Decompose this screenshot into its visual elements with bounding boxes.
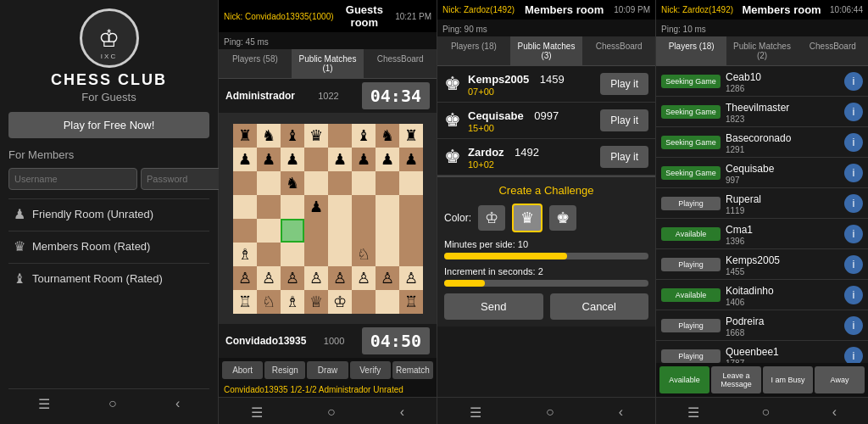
- verify-button[interactable]: Verify: [350, 361, 391, 379]
- sq-h6[interactable]: [399, 171, 423, 195]
- sq-b2[interactable]: ♙: [257, 266, 281, 290]
- sq-g4[interactable]: [376, 219, 399, 243]
- sq-c8[interactable]: ♝: [281, 124, 304, 148]
- tab-players-58[interactable]: Players (58): [219, 49, 292, 78]
- tab2-public-matches-2[interactable]: Public Matches (2): [726, 36, 797, 65]
- sq-h5[interactable]: [399, 195, 423, 219]
- back-icon-4[interactable]: ‹: [832, 404, 837, 421]
- sq-f6[interactable]: [352, 171, 376, 195]
- sq-c2[interactable]: ♙: [281, 266, 304, 290]
- sq-f2[interactable]: ♙: [352, 266, 376, 290]
- info-koitadinho[interactable]: i: [844, 286, 863, 304]
- status-kemps2005[interactable]: Playing: [661, 258, 721, 271]
- tab-public-matches-1[interactable]: Public Matches (1): [292, 49, 364, 78]
- status-koitadinho[interactable]: Available: [661, 288, 721, 302]
- sq-h8[interactable]: ♜: [399, 124, 423, 148]
- back-icon-2[interactable]: ‹: [400, 404, 404, 421]
- sq-a7[interactable]: ♟: [233, 148, 257, 171]
- sq-d7[interactable]: [304, 148, 328, 171]
- draw-button[interactable]: Draw: [307, 361, 348, 379]
- sq-g8[interactable]: ♞: [376, 124, 399, 148]
- color-random-btn[interactable]: ♛: [512, 204, 542, 232]
- sq-a8[interactable]: ♜: [233, 124, 257, 148]
- color-black-btn[interactable]: ♚: [549, 205, 576, 231]
- info-podreira[interactable]: i: [844, 316, 863, 335]
- members-room-item[interactable]: ♛ Members Room (Rated): [8, 231, 209, 261]
- sq-a6[interactable]: [233, 171, 257, 195]
- sq-h4[interactable]: [399, 219, 423, 243]
- username-field[interactable]: [8, 168, 137, 190]
- sq-b8[interactable]: ♞: [257, 124, 281, 148]
- sq-c3[interactable]: [281, 243, 304, 266]
- sq-e6[interactable]: [328, 171, 352, 195]
- info-kemps2005[interactable]: i: [844, 255, 863, 274]
- status-queenbee1[interactable]: Playing: [661, 349, 721, 363]
- sq-h7[interactable]: ♟: [399, 148, 423, 171]
- menu-icon[interactable]: ☰: [38, 396, 50, 412]
- sq-e3[interactable]: [328, 243, 352, 266]
- status-ruperal[interactable]: Playing: [661, 197, 721, 210]
- tab-public-matches-3[interactable]: Public Matches (3): [510, 36, 583, 65]
- status-cequisabe2[interactable]: Seeking Game: [661, 166, 721, 180]
- play-cequisabe-btn[interactable]: Play it: [600, 109, 648, 131]
- status-ceab10[interactable]: Seeking Game: [661, 75, 721, 88]
- sq-e5[interactable]: [328, 195, 352, 219]
- sq-d1[interactable]: ♕: [304, 290, 328, 314]
- sq-f1[interactable]: [352, 290, 376, 314]
- play-free-button[interactable]: Play for Free Now!: [8, 112, 209, 138]
- sq-c5[interactable]: [281, 195, 304, 219]
- menu-icon-4[interactable]: ☰: [687, 404, 699, 421]
- sq-h3[interactable]: [399, 243, 423, 266]
- menu-icon-3[interactable]: ☰: [470, 404, 481, 421]
- sq-e1[interactable]: ♔: [328, 290, 352, 314]
- tab-chessboard-3[interactable]: ChessBoard: [582, 36, 655, 65]
- sq-d6[interactable]: [304, 171, 328, 195]
- sq-g6[interactable]: [376, 171, 399, 195]
- available-btn[interactable]: Available: [659, 366, 709, 393]
- resign-button[interactable]: Resign: [264, 361, 305, 379]
- sq-b5[interactable]: [257, 195, 281, 219]
- sq-a2[interactable]: ♙: [233, 266, 257, 290]
- info-ceab10[interactable]: i: [844, 72, 863, 91]
- sq-d5[interactable]: ♟: [304, 195, 328, 219]
- status-cma1[interactable]: Available: [661, 227, 721, 241]
- cancel-challenge-btn[interactable]: Cancel: [550, 293, 649, 320]
- sq-d4[interactable]: [304, 219, 328, 243]
- home-icon[interactable]: ○: [108, 396, 117, 412]
- sq-a5[interactable]: [233, 195, 257, 219]
- sq-f8[interactable]: ♝: [352, 124, 376, 148]
- sq-h2[interactable]: ♙: [399, 266, 423, 290]
- status-basecoronado[interactable]: Seeking Game: [661, 136, 721, 149]
- leave-message-btn[interactable]: Leave a Message: [711, 366, 761, 393]
- sq-h1[interactable]: ♖: [399, 290, 423, 314]
- sq-f5[interactable]: [352, 195, 376, 219]
- home-icon-4[interactable]: ○: [761, 404, 770, 421]
- tab2-players-18[interactable]: Players (18): [656, 36, 726, 65]
- sq-b6[interactable]: [257, 171, 281, 195]
- away-btn[interactable]: Away: [815, 366, 865, 393]
- increment-track[interactable]: [444, 280, 648, 287]
- sq-f3[interactable]: ♘: [352, 243, 376, 266]
- info-cequisabe2[interactable]: i: [844, 164, 863, 182]
- minutes-track[interactable]: [444, 253, 648, 259]
- sq-g1[interactable]: [376, 290, 399, 314]
- sq-d2[interactable]: ♙: [304, 266, 328, 290]
- sq-c6[interactable]: ♞: [281, 171, 304, 195]
- sq-d3[interactable]: [304, 243, 328, 266]
- sq-e7[interactable]: ♟: [328, 148, 352, 171]
- status-podreira[interactable]: Playing: [661, 319, 721, 332]
- sq-a1[interactable]: ♖: [233, 290, 257, 314]
- info-theevilmaster[interactable]: i: [844, 103, 863, 121]
- sq-g7[interactable]: ♟: [376, 148, 399, 171]
- sq-e2[interactable]: ♙: [328, 266, 352, 290]
- sq-b3[interactable]: [257, 243, 281, 266]
- play-kemps-btn[interactable]: Play it: [600, 73, 648, 95]
- sq-g3[interactable]: [376, 243, 399, 266]
- tab-players-18[interactable]: Players (18): [437, 36, 510, 65]
- sq-b4[interactable]: [257, 219, 281, 243]
- i-am-busy-btn[interactable]: I am Busy: [763, 366, 813, 393]
- sq-b7[interactable]: ♟: [257, 148, 281, 171]
- sq-e4[interactable]: [328, 219, 352, 243]
- status-theevilmaster[interactable]: Seeking Game: [661, 105, 721, 119]
- info-queenbee1[interactable]: i: [844, 347, 863, 364]
